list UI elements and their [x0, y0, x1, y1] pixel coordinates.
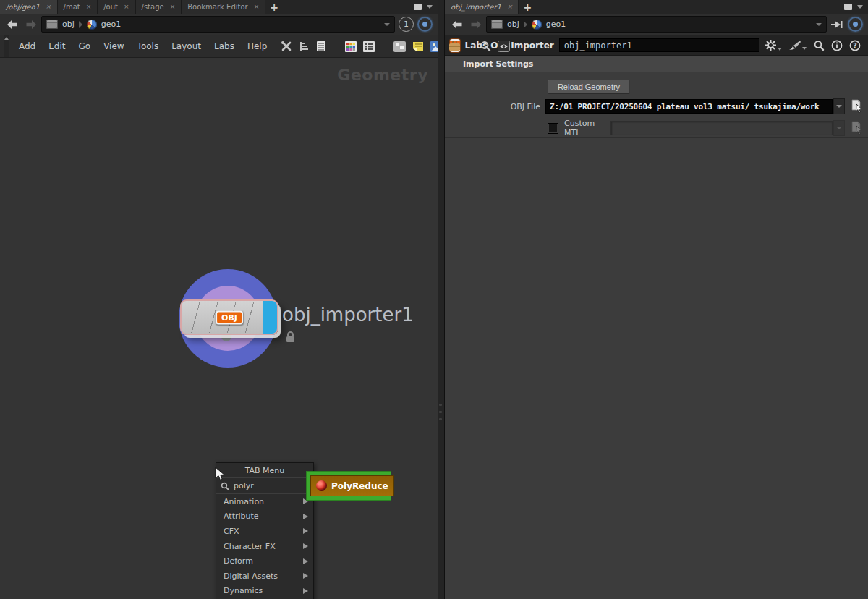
menu-go[interactable]: Go	[72, 41, 97, 51]
menu-edit[interactable]: Edit	[42, 41, 72, 51]
menu-view[interactable]: View	[97, 41, 130, 51]
tab-obj-importer1[interactable]: obj_importer1 ×	[445, 0, 519, 14]
color-palette-grid-icon[interactable]	[345, 41, 357, 52]
custom-mtl-label: Custom MTL	[564, 119, 610, 137]
radial-menu-icon[interactable]	[848, 17, 863, 32]
tab-menu-item-deform[interactable]: Deform	[216, 553, 313, 569]
layout-panes-icon[interactable]	[393, 41, 406, 52]
radial-menu-icon[interactable]	[417, 17, 433, 32]
polyreduce-result[interactable]: PolyReduce	[310, 475, 394, 496]
help-icon[interactable]: ?	[849, 40, 861, 51]
visibility-eye-icon[interactable]	[498, 41, 510, 52]
tab-menu-item-character-fx[interactable]: Character FX	[216, 539, 313, 554]
custom-mtl-input[interactable]	[610, 121, 833, 135]
menu-tools[interactable]: Tools	[131, 41, 166, 51]
pane-window-icon[interactable]	[844, 4, 852, 10]
sticky-note-icon[interactable]	[412, 41, 424, 52]
menu-labs[interactable]: Labs	[208, 41, 241, 51]
breadcrumb-current[interactable]: geo1	[546, 20, 566, 29]
back-arrow-icon[interactable]	[5, 17, 20, 32]
path-dropdown-icon[interactable]	[384, 23, 390, 26]
search-icon[interactable]	[480, 41, 491, 52]
tab-menu-title: TAB Menu	[216, 463, 313, 478]
menu-add[interactable]: Add	[12, 41, 42, 51]
geometry-node-icon	[532, 20, 542, 30]
display-flag[interactable]	[263, 301, 277, 334]
section-title: Import Settings	[463, 59, 533, 69]
import-settings-section[interactable]: Import Settings	[445, 56, 868, 72]
list-view-icon[interactable]	[316, 41, 326, 52]
network-path-field[interactable]: obj geo1	[41, 16, 395, 33]
tab-label: Bookmark Editor	[187, 3, 247, 11]
tab-menu-search[interactable]: polyr	[216, 478, 313, 494]
reload-geometry-button[interactable]: Reload Geometry	[548, 80, 630, 94]
menu-item-label: CFX	[224, 527, 239, 536]
back-arrow-icon[interactable]	[450, 17, 464, 32]
obj-file-dropdown[interactable]	[833, 98, 845, 114]
custom-mtl-dropdown	[833, 120, 845, 136]
pane-window-icon[interactable]	[414, 4, 422, 10]
tools-wrench-icon[interactable]	[281, 41, 292, 52]
obj-file-input[interactable]	[545, 99, 833, 114]
breadcrumb-current[interactable]: geo1	[101, 20, 121, 29]
tab-menu-item-animation[interactable]: Animation	[216, 494, 313, 509]
search-icon[interactable]	[813, 40, 825, 51]
tab-mat[interactable]: /mat ×	[58, 0, 98, 14]
menu-item-label: Digital Assets	[224, 572, 278, 581]
tab-menu-item-attribute[interactable]: Attribute	[216, 509, 313, 524]
breadcrumb-root[interactable]: obj	[507, 20, 519, 29]
breadcrumb-root[interactable]: obj	[62, 20, 75, 29]
pane-menu-dropdown-icon[interactable]	[857, 5, 863, 9]
menu-item-label: Attribute	[224, 511, 259, 521]
info-icon[interactable]	[831, 40, 843, 51]
close-icon[interactable]: ×	[46, 4, 51, 10]
tree-view-icon[interactable]	[299, 41, 310, 51]
node-name-input[interactable]	[559, 38, 760, 52]
tab-obj-geo1[interactable]: /obj/geo1 ×	[0, 0, 58, 14]
snapshot-badge[interactable]: 1	[399, 17, 414, 32]
submenu-arrow-icon	[303, 573, 308, 579]
forward-arrow-icon[interactable]	[23, 17, 38, 32]
new-tab-button[interactable]: +	[265, 0, 283, 14]
tab-out[interactable]: /out ×	[98, 0, 135, 14]
grid-options-icon[interactable]	[363, 41, 375, 52]
tab-menu-item-cfx[interactable]: CFX	[216, 524, 313, 539]
tab-label: /out	[103, 3, 118, 11]
parameter-body: Reload Geometry OBJ File Custom MTL	[445, 72, 868, 599]
parameter-path-field[interactable]: obj geo1	[486, 16, 827, 33]
network-canvas[interactable]: Geometry OBJ obj_importer1 TAB Menu pol	[0, 58, 438, 599]
tab-label: obj_importer1	[451, 3, 501, 11]
obj-file-label: OBJ File	[445, 102, 545, 111]
close-icon[interactable]: ×	[507, 4, 513, 10]
menu-item-label: Dynamics	[224, 586, 263, 595]
close-icon[interactable]: ×	[254, 4, 260, 10]
pane-divider[interactable]	[438, 0, 445, 599]
left-path-bar: obj geo1 1	[0, 14, 438, 35]
close-icon[interactable]: ×	[124, 4, 129, 10]
tab-menu-popup: TAB Menu polyr Animation Attribute CFX	[216, 462, 314, 599]
brush-icon[interactable]	[788, 40, 807, 51]
pin-icon[interactable]	[830, 20, 844, 30]
close-icon[interactable]: ×	[170, 4, 176, 10]
menu-help[interactable]: Help	[241, 41, 273, 51]
pane-split-handle[interactable]	[4, 35, 9, 57]
tab-stage[interactable]: /stage ×	[136, 0, 182, 14]
forward-arrow-icon[interactable]	[468, 17, 482, 32]
tab-bookmark-editor[interactable]: Bookmark Editor ×	[182, 0, 265, 14]
tab-menu-item-digital-assets[interactable]: Digital Assets	[216, 569, 313, 584]
divider-handle-icon	[439, 404, 442, 420]
menu-layout[interactable]: Layout	[165, 41, 208, 51]
file-chooser-icon[interactable]	[850, 99, 864, 114]
geometry-node-icon	[87, 20, 97, 30]
new-tab-button[interactable]: +	[519, 0, 536, 14]
close-icon[interactable]: ×	[86, 4, 92, 10]
pane-menu-dropdown-icon[interactable]	[427, 5, 433, 9]
custom-mtl-checkbox[interactable]	[548, 123, 558, 134]
gear-icon[interactable]	[765, 39, 782, 51]
node-name-label[interactable]: obj_importer1	[282, 304, 414, 326]
toolbox-icon[interactable]	[448, 41, 461, 51]
path-dropdown-icon[interactable]	[816, 23, 822, 26]
node-obj-importer1[interactable]: OBJ	[180, 300, 278, 335]
menu-item-label: Deform	[224, 556, 253, 566]
tab-menu-item-dynamics[interactable]: Dynamics	[216, 584, 313, 599]
